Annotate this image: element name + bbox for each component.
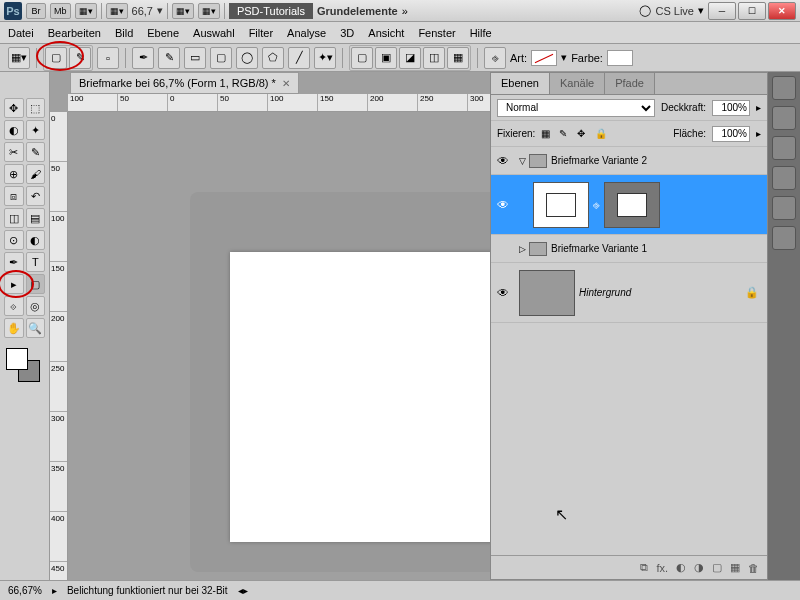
menu-datei[interactable]: Datei bbox=[8, 27, 34, 39]
lasso-tool[interactable]: ◐ bbox=[4, 120, 24, 140]
freeform-pen-icon[interactable]: ✎ bbox=[158, 47, 180, 69]
group-icon[interactable]: ▢ bbox=[712, 561, 722, 574]
stamp-tool[interactable]: ⧇ bbox=[4, 186, 24, 206]
maximize-button[interactable]: ☐ bbox=[738, 2, 766, 20]
dock-swatches-icon[interactable] bbox=[772, 106, 796, 130]
heal-tool[interactable]: ⊕ bbox=[4, 164, 24, 184]
lock-position-icon[interactable]: ✥ bbox=[577, 128, 589, 140]
document-tab[interactable]: Briefmarke bei 66,7% (Form 1, RGB/8) * ✕ bbox=[70, 72, 299, 94]
dock-styles-icon[interactable] bbox=[772, 136, 796, 160]
layer-thumbnail[interactable] bbox=[519, 270, 575, 316]
menu-ansicht[interactable]: Ansicht bbox=[368, 27, 404, 39]
cslive-label[interactable]: CS Live bbox=[655, 5, 694, 17]
eraser-tool[interactable]: ◫ bbox=[4, 208, 24, 228]
tool-preset-button[interactable]: ▦▾ bbox=[8, 47, 30, 69]
shape-layer-button[interactable]: ▢ bbox=[45, 47, 67, 69]
fill-pixels-button[interactable]: ▫ bbox=[97, 47, 119, 69]
path-add-icon[interactable]: ▣ bbox=[375, 47, 397, 69]
adjustment-layer-icon[interactable]: ◑ bbox=[694, 561, 704, 574]
chevron-double-icon[interactable]: » bbox=[402, 5, 408, 17]
dock-adjustments-icon[interactable] bbox=[772, 166, 796, 190]
dock-history-icon[interactable] bbox=[772, 226, 796, 250]
lock-all-icon[interactable]: 🔒 bbox=[595, 128, 607, 140]
layer-background[interactable]: 👁 Hintergrund 🔒 bbox=[491, 263, 767, 323]
extras-button[interactable]: ▦▾ bbox=[106, 3, 128, 19]
fill-input[interactable] bbox=[712, 126, 750, 142]
new-layer-icon[interactable]: ▦ bbox=[730, 561, 740, 574]
close-button[interactable]: ✕ bbox=[768, 2, 796, 20]
shape-tool[interactable]: ▢ bbox=[26, 274, 46, 294]
lock-transparency-icon[interactable]: ▦ bbox=[541, 128, 553, 140]
blend-mode-select[interactable]: Normal bbox=[497, 99, 655, 117]
link-layers-icon[interactable]: ⧉ bbox=[640, 561, 648, 574]
path-new-icon[interactable]: ▢ bbox=[351, 47, 373, 69]
ellipse-icon[interactable]: ◯ bbox=[236, 47, 258, 69]
blur-tool[interactable]: ⊙ bbox=[4, 230, 24, 250]
hand-tool[interactable]: ✋ bbox=[4, 318, 24, 338]
path-subtract-icon[interactable]: ◪ bbox=[399, 47, 421, 69]
path-intersect-icon[interactable]: ◫ bbox=[423, 47, 445, 69]
visibility-icon[interactable]: 👁 bbox=[491, 286, 515, 300]
3d-tool[interactable]: ⟐ bbox=[4, 296, 24, 316]
menu-3d[interactable]: 3D bbox=[340, 27, 354, 39]
gradient-tool[interactable]: ▤ bbox=[26, 208, 46, 228]
wand-tool[interactable]: ✦ bbox=[26, 120, 46, 140]
minimize-button[interactable]: ─ bbox=[708, 2, 736, 20]
twist-open-icon[interactable]: ▽ bbox=[515, 156, 529, 166]
workspace-name[interactable]: Grundelemente bbox=[317, 5, 398, 17]
cslive-icon[interactable]: ◯ bbox=[639, 4, 651, 17]
marquee-tool[interactable]: ⬚ bbox=[26, 98, 46, 118]
history-brush-tool[interactable]: ↶ bbox=[26, 186, 46, 206]
menu-bild[interactable]: Bild bbox=[115, 27, 133, 39]
lock-paint-icon[interactable]: ✎ bbox=[559, 128, 571, 140]
close-tab-icon[interactable]: ✕ bbox=[282, 78, 290, 89]
chevron-icon[interactable]: ▸ bbox=[756, 128, 761, 139]
minibridge-button[interactable]: Mb bbox=[50, 3, 71, 19]
dock-color-icon[interactable] bbox=[772, 76, 796, 100]
dock-masks-icon[interactable] bbox=[772, 196, 796, 220]
pen-icon[interactable]: ✒ bbox=[132, 47, 154, 69]
menu-bearbeiten[interactable]: Bearbeiten bbox=[48, 27, 101, 39]
tab-pfade[interactable]: Pfade bbox=[605, 73, 655, 94]
tab-kanale[interactable]: Kanäle bbox=[550, 73, 605, 94]
type-tool[interactable]: T bbox=[26, 252, 46, 272]
stroke-style-swatch[interactable] bbox=[531, 50, 557, 66]
line-icon[interactable]: ╱ bbox=[288, 47, 310, 69]
path-button[interactable]: ✎ bbox=[69, 47, 91, 69]
opacity-input[interactable] bbox=[712, 100, 750, 116]
delete-layer-icon[interactable]: 🗑 bbox=[748, 562, 759, 574]
menu-filter[interactable]: Filter bbox=[249, 27, 273, 39]
eyedropper-tool[interactable]: ✎ bbox=[26, 142, 46, 162]
move-tool[interactable]: ✥ bbox=[4, 98, 24, 118]
menu-analyse[interactable]: Analyse bbox=[287, 27, 326, 39]
zoom-level[interactable]: 66,7 bbox=[132, 5, 153, 17]
status-zoom[interactable]: 66,67% bbox=[8, 585, 42, 596]
menu-auswahl[interactable]: Auswahl bbox=[193, 27, 235, 39]
camera-tool[interactable]: ◎ bbox=[26, 296, 46, 316]
layer-mask-thumbnail[interactable] bbox=[604, 182, 660, 228]
brush-tool[interactable]: 🖌 bbox=[26, 164, 46, 184]
bridge-button[interactable]: Br bbox=[26, 3, 46, 19]
layer-fx-icon[interactable]: fx. bbox=[656, 562, 668, 574]
crop-tool[interactable]: ✂ bbox=[4, 142, 24, 162]
polygon-icon[interactable]: ⬠ bbox=[262, 47, 284, 69]
psd-tutorials-label[interactable]: PSD-Tutorials bbox=[229, 3, 313, 19]
screen-mode-button[interactable]: ▦▾ bbox=[75, 3, 97, 19]
layer-mask-icon[interactable]: ◐ bbox=[676, 561, 686, 574]
layer-thumbnail[interactable] bbox=[533, 182, 589, 228]
path-exclude-icon[interactable]: ▦ bbox=[447, 47, 469, 69]
link-icon[interactable]: ⎆ bbox=[484, 47, 506, 69]
dodge-tool[interactable]: ◐ bbox=[26, 230, 46, 250]
tab-ebenen[interactable]: Ebenen bbox=[491, 73, 550, 94]
color-swatch[interactable] bbox=[607, 50, 633, 66]
link-mask-icon[interactable]: ⎆ bbox=[593, 199, 600, 211]
rounded-rect-icon[interactable]: ▢ bbox=[210, 47, 232, 69]
arrange-button[interactable]: ▦▾ bbox=[172, 3, 194, 19]
visibility-icon[interactable]: 👁 bbox=[491, 198, 515, 212]
rect-icon[interactable]: ▭ bbox=[184, 47, 206, 69]
menu-ebene[interactable]: Ebene bbox=[147, 27, 179, 39]
menu-hilfe[interactable]: Hilfe bbox=[470, 27, 492, 39]
twist-closed-icon[interactable]: ▷ bbox=[515, 244, 529, 254]
zoom-tool[interactable]: 🔍 bbox=[26, 318, 46, 338]
path-select-tool[interactable]: ▸ bbox=[4, 274, 24, 294]
